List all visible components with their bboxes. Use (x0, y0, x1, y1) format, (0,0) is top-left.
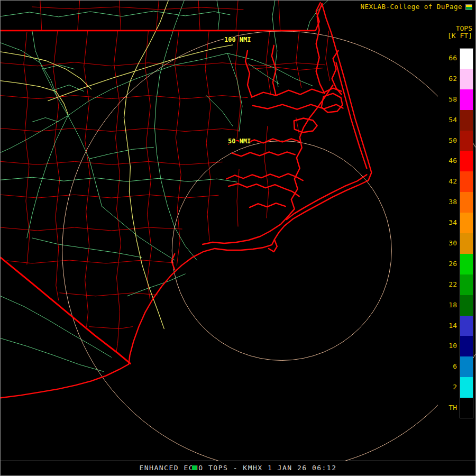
county-borders-path (251, 67, 323, 70)
county-borders-path (120, 1, 121, 31)
county-borders-path (205, 31, 210, 241)
roads-primary-path (48, 45, 233, 101)
cod-logo-icon (465, 4, 472, 10)
roads-secondary-path (27, 116, 68, 238)
coastline-path (287, 175, 367, 219)
layer-range-rings (62, 31, 475, 470)
colorbar-label: 26 (438, 254, 457, 274)
colorbar-units: [K FT] (447, 32, 472, 40)
county-borders-path (279, 1, 280, 31)
radar-map: 50 NMI100 NMI (1, 1, 475, 475)
colorbar-swatch (460, 131, 473, 151)
roads-secondary-path (1, 177, 237, 182)
colorbar-level-42: 42 (438, 171, 473, 192)
county-borders-path (60, 293, 158, 296)
colorbar-header: TOPS [K FT] (445, 25, 472, 40)
county-borders-path (40, 1, 42, 31)
colorbar-label: 34 (438, 213, 457, 233)
colorbar-swatch (460, 48, 473, 69)
roads-secondary-path (274, 31, 278, 87)
roads-secondary-path (1, 11, 230, 17)
colorbar-level-6: 6 (438, 356, 473, 377)
colorbar-swatch (460, 171, 473, 192)
roads-secondary-path (1, 43, 58, 98)
caption-text: ENHANCED ECHO TOPS - KMHX 1 JAN 26 06:12 (1, 461, 475, 475)
colorbar-level-26: 26 (438, 254, 473, 274)
county-borders-path (264, 126, 269, 218)
credit-line: NEXLAB-College of DuPage (360, 3, 472, 11)
caption-marker-icon (192, 465, 197, 470)
colorbar-level-58: 58 (438, 89, 473, 110)
colorbar-swatch (460, 316, 473, 336)
colorbar-swatch (460, 69, 473, 89)
coastline-path (316, 3, 321, 31)
colorbar-label: TH (438, 398, 457, 418)
range-ring-label: 100 NMI (224, 36, 251, 43)
colorbar-level-22: 22 (438, 274, 473, 295)
roads-primary-path (1, 52, 91, 89)
range-ring (62, 31, 475, 470)
coastline-path (228, 184, 299, 196)
county-borders-path (1, 128, 239, 131)
roads-secondary-path (53, 85, 84, 91)
county-borders-path (1, 227, 182, 231)
county-borders-path (1, 161, 222, 164)
county-borders-path (53, 31, 60, 300)
county-borders-path (114, 31, 121, 353)
colorbar-level-TH: TH (438, 398, 473, 418)
caption-bar: ENHANCED ECHO TOPS - KMHX 1 JAN 26 06:12 (1, 461, 475, 475)
roads-secondary-path (175, 53, 313, 86)
county-borders-path (198, 1, 200, 31)
colorbar-swatch (460, 89, 473, 110)
county-borders-path (326, 31, 330, 81)
county-borders-path (175, 31, 181, 266)
coastline-path (226, 173, 303, 180)
radar-frame: 50 NMI100 NMI NEXLAB-College of DuPage T… (0, 0, 476, 476)
colorbar-level-14: 14 (438, 316, 473, 336)
colorbar-label: 38 (438, 192, 457, 213)
county-borders-path (266, 31, 271, 95)
colorbar-level-10: 10 (438, 336, 473, 356)
colorbar-swatch (460, 110, 473, 131)
coastline-path (253, 105, 343, 109)
roads-secondary-path (127, 274, 185, 296)
layer-coastline (1, 3, 371, 398)
colorbar-label: 18 (438, 295, 457, 316)
colorbar-level-18: 18 (438, 295, 473, 316)
colorbar-level-30: 30 (438, 233, 473, 254)
county-borders-path (78, 1, 80, 31)
county-borders-path (145, 31, 151, 299)
colorbar-label: 2 (438, 377, 457, 398)
colorbar-level-46: 46 (438, 151, 473, 171)
colorbar-swatch (460, 254, 473, 274)
coastline-path (245, 51, 252, 97)
colorbar-label: 30 (438, 233, 457, 254)
roads-secondary-path (43, 65, 75, 69)
state-borders-path (1, 258, 130, 364)
colorbar-swatch (460, 151, 473, 171)
roads-primary-path (124, 118, 164, 329)
colorbar-level-66: 66 (438, 48, 473, 69)
colorbar-swatch (460, 213, 473, 233)
colorbar-label: 66 (438, 48, 457, 69)
colorbar-label: 10 (438, 336, 457, 356)
roads-primary-path (124, 1, 168, 118)
colorbar-label: 42 (438, 171, 457, 192)
colorbar-swatch (460, 356, 473, 377)
colorbar-levels: 66625854504642383430262218141062TH (438, 48, 473, 418)
colorbar-level-50: 50 (438, 131, 473, 151)
range-ring-label: 50 NMI (228, 138, 251, 145)
roads-secondary-path (32, 238, 142, 258)
coastline-path (336, 63, 367, 169)
roads-secondary-path (217, 1, 219, 31)
roads-secondary-path (272, 1, 275, 31)
credit-text: NEXLAB-College of DuPage (360, 3, 462, 11)
colorbar-swatch (460, 295, 473, 316)
colorbar-label: 46 (438, 151, 457, 171)
colorbar-label: 62 (438, 69, 457, 89)
roads-secondary-path (89, 147, 154, 159)
roads-secondary-path (68, 65, 175, 116)
echo-tops-colorbar: 66625854504642383430262218141062TH (438, 48, 473, 418)
colorbar-swatch (460, 233, 473, 254)
county-borders-path (236, 1, 238, 31)
